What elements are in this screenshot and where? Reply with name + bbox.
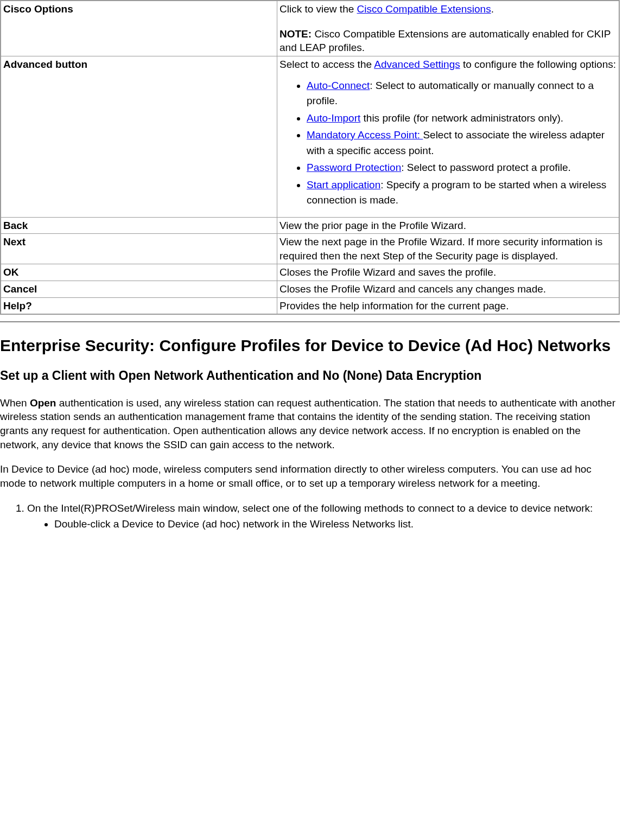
- cell-label: Help?: [1, 297, 277, 314]
- para-bold: Open: [30, 397, 56, 409]
- cisco-extensions-link[interactable]: Cisco Compatible Extensions: [357, 3, 491, 15]
- para-text: authentication is used, any wireless sta…: [0, 397, 615, 450]
- list-item: Start application: Specify a program to …: [307, 177, 617, 208]
- paragraph-adhoc: In Device to Device (ad hoc) mode, wirel…: [0, 462, 620, 490]
- advanced-options-list: Auto-Connect: Select to automatically or…: [279, 78, 617, 208]
- cell-desc: Closes the Profile Wizard and saves the …: [277, 264, 620, 281]
- list-item: Auto-Import this profile (for network ad…: [307, 111, 617, 126]
- cell-label: Advanced button: [1, 56, 277, 217]
- list-item-text: this profile (for network administrators…: [360, 112, 563, 124]
- paragraph-open-auth: When Open authentication is used, any wi…: [0, 396, 620, 452]
- section-divider: [0, 321, 620, 322]
- cell-label: Cancel: [1, 281, 277, 298]
- cell-label: Back: [1, 217, 277, 234]
- desc-text: to configure the following options:: [460, 59, 616, 70]
- note-block: NOTE: Cisco Compatible Extensions are au…: [279, 27, 617, 55]
- table-row: Cisco Options Click to view the Cisco Co…: [1, 1, 619, 56]
- auto-import-link[interactable]: Auto-Import: [307, 112, 360, 124]
- list-item: Password Protection: Select to password …: [307, 160, 617, 176]
- step-text: On the Intel(R)PROSet/Wireless main wind…: [27, 502, 593, 514]
- cell-label: Next: [1, 234, 277, 264]
- start-application-link[interactable]: Start application: [307, 179, 380, 190]
- para-text: When: [0, 397, 30, 409]
- table-row: Advanced button Select to access the Adv…: [1, 56, 619, 217]
- table-row: Cancel Closes the Profile Wizard and can…: [1, 281, 619, 298]
- options-table: Cisco Options Click to view the Cisco Co…: [0, 0, 620, 315]
- cell-desc: Provides the help information for the cu…: [277, 297, 620, 314]
- cell-desc: Closes the Profile Wizard and cancels an…: [277, 281, 620, 298]
- password-protection-link[interactable]: Password Protection: [307, 162, 401, 173]
- cell-desc: View the prior page in the Profile Wizar…: [277, 217, 620, 234]
- steps-list: On the Intel(R)PROSet/Wireless main wind…: [0, 501, 620, 531]
- cell-label: Cisco Options: [1, 1, 277, 56]
- cell-desc: Select to access the Advanced Settings t…: [277, 56, 620, 217]
- desc-text: Click to view the: [279, 3, 357, 15]
- table-row: OK Closes the Profile Wizard and saves t…: [1, 264, 619, 281]
- sub-bullet-item: Double-click a Device to Device (ad hoc)…: [54, 517, 620, 531]
- auto-connect-link[interactable]: Auto-Connect: [307, 80, 370, 91]
- list-item: Auto-Connect: Select to automatically or…: [307, 78, 617, 109]
- cell-desc: Click to view the Cisco Compatible Exten…: [277, 1, 620, 56]
- cell-label: OK: [1, 264, 277, 281]
- note-text: Cisco Compatible Extensions are automati…: [279, 28, 611, 54]
- sub-bullets: Double-click a Device to Device (ad hoc)…: [27, 517, 620, 531]
- table-row: Help? Provides the help information for …: [1, 297, 619, 314]
- section-heading: Enterprise Security: Configure Profiles …: [0, 335, 620, 356]
- desc-text: Select to access the: [279, 59, 374, 70]
- advanced-settings-link[interactable]: Advanced Settings: [374, 59, 460, 70]
- note-label: NOTE:: [279, 28, 312, 40]
- step-item: On the Intel(R)PROSet/Wireless main wind…: [27, 501, 620, 531]
- list-item: Mandatory Access Point: Select to associ…: [307, 128, 617, 158]
- table-row: Back View the prior page in the Profile …: [1, 217, 619, 234]
- desc-text: .: [491, 3, 494, 15]
- mandatory-ap-link[interactable]: Mandatory Access Point:: [307, 129, 423, 141]
- list-item-text: : Select to password protect a profile.: [401, 162, 571, 173]
- cell-desc: View the next page in the Profile Wizard…: [277, 234, 620, 264]
- sub-heading: Set up a Client with Open Network Authen…: [0, 368, 620, 384]
- table-row: Next View the next page in the Profile W…: [1, 234, 619, 264]
